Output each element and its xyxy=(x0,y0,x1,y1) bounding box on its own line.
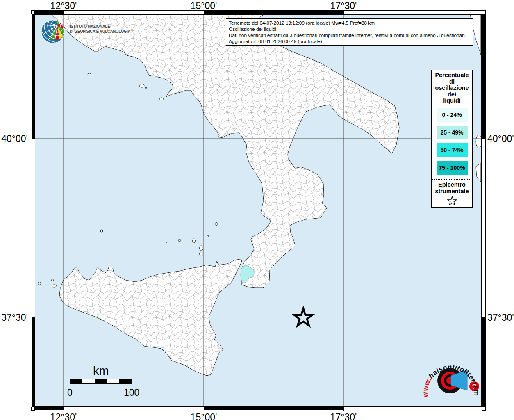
scale-unit-label: km xyxy=(93,364,109,378)
island-ischia xyxy=(139,84,144,87)
event-summary: Terremoto del 04-07-2012 13:12:09 (ora l… xyxy=(229,20,471,26)
ingv-logo-text: ISTITUTO NAZIONALE DI GEOFISICA E VULCAN… xyxy=(70,24,131,34)
scale-max-label: 100 xyxy=(124,387,139,398)
island-panarea xyxy=(207,235,209,237)
haisentito-logo-icon: ? www.haisentitoilterremoto.it xyxy=(421,349,483,409)
axis-label-top-1730: 17°30' xyxy=(315,0,372,11)
island-vulcano xyxy=(200,252,203,256)
island-capri xyxy=(159,98,164,100)
island-alicudi xyxy=(166,242,168,244)
axis-label-left-4000: 40°00' xyxy=(0,133,28,144)
axis-label-right-3730: 37°30' xyxy=(487,312,514,323)
legend-divider xyxy=(432,179,471,180)
event-updated-at: Aggiornato il: 08-01-2026 00:49 (ora loc… xyxy=(229,39,471,45)
legend-title-line: liquidi xyxy=(432,98,472,104)
legend: Percentuale di oscillazione dei liquidi … xyxy=(431,70,473,208)
island-levanzo xyxy=(52,279,54,281)
haisentito-logo: ? www.haisentitoilterremoto.it xyxy=(421,349,483,411)
ingv-logo: ISTITUTO NAZIONALE DI GEOFISICA E VULCAN… xyxy=(39,19,139,44)
event-effect-type: Oscillazione dei liquidi xyxy=(229,26,471,32)
island-salina xyxy=(193,239,196,243)
legend-class-50-74: 50 - 74% xyxy=(437,143,468,157)
axis-label-right-4000: 40°00' xyxy=(487,133,514,144)
island-marettimo xyxy=(38,282,41,285)
legend-title-line: oscillazione xyxy=(432,85,472,91)
event-info-box: Terremoto del 04-07-2012 13:12:09 (ora l… xyxy=(226,18,473,46)
island-procida xyxy=(145,87,147,89)
legend-title-line: di xyxy=(432,79,472,85)
ingv-globe-icon xyxy=(39,19,67,44)
legend-title-line: dei xyxy=(432,91,472,98)
island-ustica xyxy=(100,230,103,232)
scale-min-label: 0 xyxy=(67,387,73,398)
island-filicudi xyxy=(178,239,181,242)
legend-class-0-24: 0 - 24% xyxy=(437,108,468,122)
axis-label-bottom-1730: 17°30' xyxy=(315,412,372,420)
axis-label-top-1250: 12°30' xyxy=(35,0,92,11)
legend-class-75-100: 75 - 100% xyxy=(437,161,468,175)
axis-label-bottom-1250: 12°30' xyxy=(35,412,92,420)
legend-star-icon xyxy=(447,196,457,206)
island-lipari xyxy=(200,246,203,251)
island-favignana xyxy=(52,285,57,287)
axis-label-left-3730: 37°30' xyxy=(0,312,28,323)
legend-epicenter-label: Epicentro xyxy=(432,181,472,188)
event-data-note: Dati non verificati estratti da 3 questi… xyxy=(229,32,471,39)
legend-class-25-49: 25 - 49% xyxy=(437,126,468,139)
island-stromboli xyxy=(215,223,218,226)
island-ponza xyxy=(88,73,91,75)
legend-title-line: Percentuale xyxy=(432,72,472,79)
scale-bar-segments xyxy=(70,379,132,384)
coast-epirus xyxy=(476,135,481,148)
axis-label-bottom-1500: 15°00' xyxy=(175,412,232,420)
legend-epicenter-label: strumentale xyxy=(432,188,472,194)
axis-label-top-1500: 15°00' xyxy=(175,0,232,11)
map-canvas xyxy=(35,14,481,406)
